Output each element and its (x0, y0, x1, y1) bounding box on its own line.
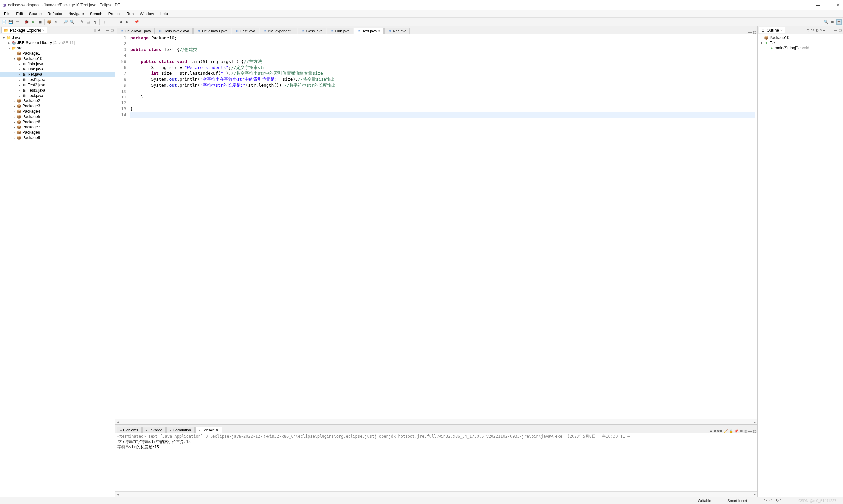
toggle-block-icon[interactable]: ▤ (86, 19, 91, 25)
menu-navigate[interactable]: Navigate (66, 11, 86, 17)
tree-item[interactable]: ▸🗎Test2.java (0, 82, 115, 88)
editor-tab[interactable]: 🗎Text.java× (354, 28, 384, 34)
code-area[interactable]: package package Package10;Package10; pub… (128, 34, 757, 419)
save-icon[interactable]: 💾 (8, 19, 13, 25)
close-icon[interactable]: × (42, 28, 45, 33)
expand-icon[interactable]: ▸ (12, 110, 16, 113)
expand-icon[interactable]: ▸ (12, 104, 16, 108)
tree-item[interactable]: ▾📁Java (0, 35, 115, 40)
tree-item[interactable]: ▸📦Package7 (0, 125, 115, 130)
expand-icon[interactable]: ▸ (12, 126, 16, 129)
tree-item[interactable]: ▸📦Package5 (0, 114, 115, 119)
tree-item[interactable]: ▾📦Package10 (0, 56, 115, 61)
menu-edit[interactable]: Edit (14, 11, 26, 17)
outline-tree[interactable]: 📦Package10▾●Text●main(String[]): void (758, 34, 843, 497)
minimize-icon[interactable]: — (815, 2, 820, 7)
save-all-icon[interactable]: 🗃 (15, 19, 20, 25)
open-perspective-icon[interactable]: ⊞ (830, 19, 835, 25)
sort-icon[interactable]: az (811, 28, 814, 32)
menu-run[interactable]: Run (124, 11, 137, 17)
quick-access-icon[interactable]: 🔍 (823, 19, 828, 25)
next-annotation-icon[interactable]: ↓ (102, 19, 107, 25)
maximize-icon[interactable]: ▢ (753, 30, 756, 34)
open-console-icon[interactable]: ▥ (744, 429, 747, 433)
expand-icon[interactable]: ▸ (17, 89, 22, 92)
bottom-tab[interactable]: ▫Problems (116, 427, 142, 433)
tree-item[interactable]: ▸📦Package4 (0, 109, 115, 114)
tree-item[interactable]: ▸📦Package6 (0, 119, 115, 125)
tree-item[interactable]: ▸🗎Test1.java (0, 77, 115, 82)
expand-icon[interactable]: ▸ (17, 73, 22, 76)
java-perspective-icon[interactable]: ☕ (837, 19, 842, 25)
tree-item[interactable]: ▸🗎Test3.java (0, 88, 115, 93)
expand-icon[interactable]: ▸ (6, 41, 11, 45)
expand-icon[interactable]: ▾ (759, 41, 764, 45)
scroll-left-icon[interactable]: ◂ (115, 492, 121, 497)
hide-local-icon[interactable]: ○ (826, 28, 828, 32)
editor-body[interactable]: 12345⊖67891011121314 package package Pac… (115, 34, 757, 419)
console-output[interactable]: <terminated> Text [Java Application] D:\… (115, 433, 757, 491)
collapse-all-icon[interactable]: ⊟ (93, 28, 96, 32)
prev-annotation-icon[interactable]: ↑ (108, 19, 114, 25)
search-icon[interactable]: 🔍 (70, 19, 75, 25)
expand-icon[interactable]: ▸ (17, 62, 22, 66)
menu-file[interactable]: File (1, 11, 13, 17)
run-icon[interactable]: ▶ (31, 19, 36, 25)
view-menu-icon[interactable]: ⋮ (102, 28, 105, 32)
tree-item[interactable]: ▸📦Package9 (0, 135, 115, 140)
new-class-icon[interactable]: © (53, 19, 59, 25)
debug-icon[interactable]: 🐞 (24, 19, 29, 25)
bottom-tab[interactable]: ▫Console× (195, 427, 222, 433)
maximize-icon[interactable]: ▢ (839, 28, 842, 32)
open-type-icon[interactable]: 🔎 (63, 19, 68, 25)
maximize-icon[interactable]: ▢ (826, 2, 830, 7)
display-selected-icon[interactable]: 🖥 (739, 429, 743, 433)
expand-icon[interactable]: ▸ (17, 78, 22, 82)
editor-tab[interactable]: 🗎HelloJava1.java (116, 28, 155, 34)
close-icon[interactable]: ✕ (837, 2, 840, 7)
editor-tab[interactable]: 🗎HelloJava2.java (155, 28, 193, 34)
bottom-tab[interactable]: ▫Javadoc (142, 427, 166, 433)
tree-item[interactable]: ▸📦Package3 (0, 104, 115, 109)
expand-icon[interactable]: ▸ (12, 136, 16, 140)
scroll-left-icon[interactable]: ◂ (115, 420, 121, 424)
scroll-right-icon[interactable]: ▸ (752, 420, 757, 424)
minimize-icon[interactable]: — (749, 429, 752, 433)
menu-search[interactable]: Search (87, 11, 105, 17)
editor-tab[interactable]: 🗎Ref.java (384, 28, 410, 34)
menu-help[interactable]: Help (157, 11, 171, 17)
expand-icon[interactable]: ▸ (17, 68, 22, 71)
expand-icon[interactable]: ▾ (1, 36, 6, 39)
editor-tab[interactable]: 🗎Gess.java (298, 28, 326, 34)
editor-horizontal-scrollbar[interactable]: ◂ ▸ (115, 419, 757, 424)
minimize-icon[interactable]: — (834, 28, 838, 32)
outline-item[interactable]: ●main(String[]): void (758, 46, 843, 51)
package-explorer-tree[interactable]: ▾📁Java▸📚JRE System Library[JavaSE-11]▾📂s… (0, 34, 115, 497)
new-icon[interactable]: 📄 (1, 19, 6, 25)
expand-icon[interactable]: ▸ (12, 131, 16, 134)
outline-item[interactable]: 📦Package10 (758, 35, 843, 40)
tree-item[interactable]: ▸🗎Join.java (0, 61, 115, 67)
expand-icon[interactable]: ▸ (17, 83, 22, 87)
menu-project[interactable]: Project (106, 11, 123, 17)
clear-console-icon[interactable]: 🧹 (724, 429, 728, 433)
maximize-icon[interactable]: ▢ (111, 28, 114, 32)
forward-icon[interactable]: ▶ (125, 19, 130, 25)
close-icon[interactable]: × (216, 428, 218, 432)
expand-icon[interactable]: ▸ (12, 120, 16, 124)
pin-icon[interactable]: 📌 (134, 19, 139, 25)
tree-item[interactable]: ▸🗎Ref.java (0, 72, 115, 77)
toggle-mark-icon[interactable]: ✎ (79, 19, 84, 25)
back-icon[interactable]: ◀ (118, 19, 123, 25)
scroll-right-icon[interactable]: ▸ (752, 492, 757, 497)
view-menu-icon[interactable]: ⋮ (829, 28, 833, 32)
tree-item[interactable]: ▸📚JRE System Library[JavaSE-11] (0, 40, 115, 46)
maximize-icon[interactable]: ▢ (753, 429, 756, 433)
hide-fields-icon[interactable]: ◐ (815, 28, 819, 32)
menu-source[interactable]: Source (26, 11, 44, 17)
hide-nonpublic-icon[interactable]: ● (823, 28, 825, 32)
tree-item[interactable]: ▾📂src (0, 46, 115, 51)
package-explorer-tab[interactable]: 📂 Package Explorer × (1, 27, 47, 33)
menu-refactor[interactable]: Refactor (45, 11, 65, 17)
close-icon[interactable]: × (378, 29, 380, 33)
